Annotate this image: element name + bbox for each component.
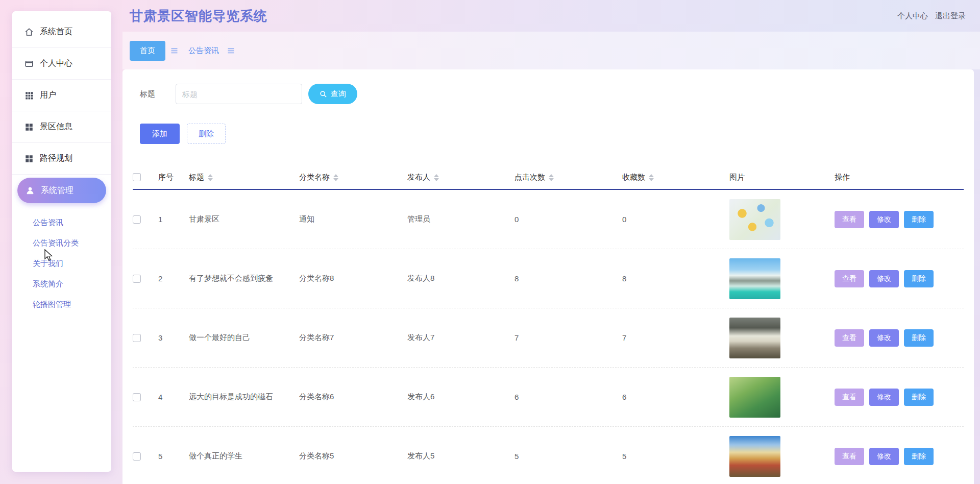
view-button[interactable]: 查看	[835, 211, 864, 228]
grid9-icon	[24, 91, 34, 100]
row-thumbnail-old-town[interactable]	[729, 436, 780, 477]
row-checkbox[interactable]	[133, 275, 141, 283]
row-checkbox[interactable]	[133, 334, 141, 342]
column-header-category: 分类名称	[299, 173, 407, 182]
sort-caret-icon[interactable]	[549, 174, 554, 181]
tab-bar: 首页 公告资讯	[122, 32, 980, 69]
app-title: 甘肃景区智能导览系统	[130, 7, 267, 25]
submenu-item-carousel-management[interactable]: 轮播图管理	[33, 294, 111, 314]
edit-button[interactable]: 修改	[869, 270, 899, 287]
logout-link[interactable]: 退出登录	[935, 11, 966, 21]
tab-menu-icon[interactable]	[170, 47, 178, 54]
announcements-table: 序号 标题 分类名称 发布人 点击次数 收藏数 图片 操作 1 甘肃景区 通知 …	[133, 165, 964, 484]
delete-button[interactable]: 删除	[904, 211, 934, 228]
sort-caret-icon[interactable]	[434, 174, 439, 181]
row-index: 3	[158, 333, 189, 342]
tab-menu-icon[interactable]	[227, 47, 235, 54]
sort-caret-icon[interactable]	[649, 174, 654, 181]
tab-home[interactable]: 首页	[130, 41, 178, 61]
row-category: 分类名称5	[299, 451, 407, 461]
column-header-image: 图片	[729, 173, 835, 182]
row-index: 4	[158, 393, 189, 401]
grid4-icon	[24, 123, 34, 132]
table-row: 4 远大的目标是成功的磁石 分类名称6 发布人6 6 6 查看 修改 删除	[133, 368, 964, 427]
view-button[interactable]: 查看	[835, 270, 864, 287]
batch-delete-button[interactable]: 删除	[187, 124, 226, 144]
select-all-checkbox[interactable]	[133, 173, 141, 181]
view-button[interactable]: 查看	[835, 389, 864, 406]
search-row: 标题 查询	[133, 84, 964, 104]
delete-button[interactable]: 删除	[904, 448, 934, 465]
system-management-submenu: 公告资讯 公告资讯分类 关于我们 系统简介 轮播图管理	[12, 206, 111, 314]
table-row: 1 甘肃景区 通知 管理员 0 0 查看 修改 删除	[133, 190, 964, 249]
row-title: 做个真正的学生	[189, 451, 299, 461]
edit-button[interactable]: 修改	[869, 329, 899, 347]
row-index: 1	[158, 215, 189, 224]
row-title: 甘肃景区	[189, 214, 299, 224]
sort-caret-icon[interactable]	[208, 174, 213, 181]
delete-button[interactable]: 删除	[904, 270, 934, 287]
row-checkbox[interactable]	[133, 452, 141, 461]
search-icon	[320, 90, 327, 98]
edit-button[interactable]: 修改	[869, 211, 899, 228]
toolbar: 添加 删除	[140, 124, 964, 144]
edit-button[interactable]: 修改	[869, 448, 899, 465]
column-header-actions: 操作	[835, 173, 964, 182]
sidebar-item-route-planning[interactable]: 路径规划	[12, 143, 111, 175]
row-thumbnail-green-valley[interactable]	[729, 377, 780, 418]
id-card-icon	[24, 59, 34, 68]
column-header-title: 标题	[189, 173, 299, 182]
row-title: 做一个最好的自己	[189, 333, 299, 343]
row-category: 通知	[299, 214, 407, 224]
tab-label[interactable]: 公告资讯	[185, 41, 222, 61]
row-favorites: 8	[622, 274, 729, 283]
sidebar-item-label: 系统首页	[40, 27, 72, 37]
sidebar-item-label: 路径规划	[40, 153, 72, 164]
sidebar-item-home[interactable]: 系统首页	[12, 16, 111, 48]
sidebar-item-scenic-info[interactable]: 景区信息	[12, 111, 111, 143]
sidebar-item-personal-center[interactable]: 个人中心	[12, 48, 111, 80]
sidebar-item-label: 用户	[40, 90, 56, 101]
delete-button[interactable]: 删除	[904, 389, 934, 406]
row-thumbnail-waterfall-lake[interactable]	[729, 258, 780, 299]
header-user-center-link[interactable]: 个人中心	[897, 11, 928, 21]
person-icon	[26, 186, 35, 195]
row-clicks: 7	[514, 333, 622, 342]
submenu-item-announcements[interactable]: 公告资讯	[33, 212, 111, 233]
table-row: 5 做个真正的学生 分类名称5 发布人5 5 5 查看 修改 删除	[133, 427, 964, 484]
add-button[interactable]: 添加	[140, 124, 180, 144]
row-clicks: 0	[514, 215, 622, 224]
row-clicks: 6	[514, 393, 622, 401]
sidebar-item-users[interactable]: 用户	[12, 80, 111, 111]
row-favorites: 6	[622, 393, 729, 401]
view-button[interactable]: 查看	[835, 448, 864, 465]
row-title: 远大的目标是成功的磁石	[189, 392, 299, 402]
submenu-item-announcement-categories[interactable]: 公告资讯分类	[33, 233, 111, 253]
tab-label[interactable]: 首页	[130, 41, 165, 61]
grid4-icon	[24, 154, 34, 163]
row-favorites: 7	[622, 333, 729, 342]
row-thumbnail-gansu-map[interactable]	[729, 199, 780, 240]
row-index: 2	[158, 274, 189, 283]
row-clicks: 8	[514, 274, 622, 283]
home-icon	[24, 28, 34, 37]
row-thumbnail-waterfall[interactable]	[729, 318, 780, 358]
sidebar-item-system-management[interactable]: 系统管理	[17, 178, 106, 203]
tab-announcements[interactable]: 公告资讯	[185, 41, 235, 61]
column-header-favorites: 收藏数	[622, 173, 729, 182]
query-button[interactable]: 查询	[308, 84, 357, 104]
view-button[interactable]: 查看	[835, 329, 864, 347]
row-publisher: 发布人5	[407, 451, 514, 461]
title-search-input[interactable]	[176, 84, 302, 104]
edit-button[interactable]: 修改	[869, 389, 899, 406]
row-category: 分类名称6	[299, 392, 407, 402]
row-publisher: 管理员	[407, 214, 514, 224]
submenu-item-system-intro[interactable]: 系统简介	[33, 274, 111, 294]
row-checkbox[interactable]	[133, 393, 141, 401]
row-checkbox[interactable]	[133, 215, 141, 224]
row-publisher: 发布人7	[407, 333, 514, 343]
submenu-item-about-us[interactable]: 关于我们	[33, 253, 111, 274]
row-publisher: 发布人8	[407, 274, 514, 283]
sort-caret-icon[interactable]	[333, 174, 338, 181]
delete-button[interactable]: 删除	[904, 329, 934, 347]
